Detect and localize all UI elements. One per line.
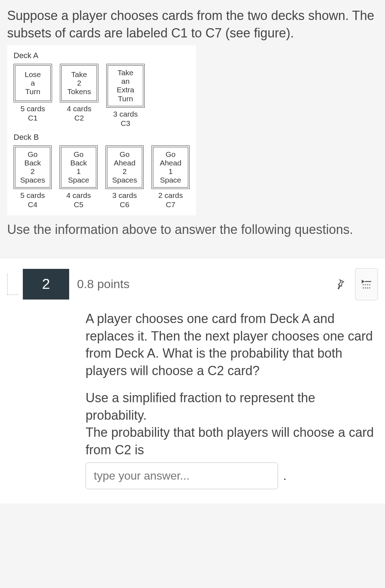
card-column: TakeanExtraTurn3 cardsC3 bbox=[106, 64, 145, 128]
card-count: 4 cards bbox=[66, 191, 91, 200]
deck-a-label: Deck A bbox=[14, 51, 190, 60]
question-para-3: The probability that both players will c… bbox=[86, 425, 374, 457]
answer-input[interactable] bbox=[86, 462, 278, 489]
card-column: LoseaTurn5 cardsC1 bbox=[14, 64, 52, 128]
playing-card: Take2Tokens bbox=[60, 64, 98, 102]
card-id: C1 bbox=[28, 114, 38, 122]
card-column: Take2Tokens4 cardsC2 bbox=[60, 64, 98, 128]
deck-b-label: Deck B bbox=[14, 133, 190, 142]
card-text: TakeanExtraTurn bbox=[108, 65, 143, 106]
playing-card: GoBack1Space bbox=[60, 145, 98, 189]
card-id: C3 bbox=[121, 119, 130, 128]
question-number: 2 bbox=[23, 269, 69, 300]
playing-card: LoseaTurn bbox=[14, 64, 52, 102]
playing-card: GoBack2Spaces bbox=[14, 145, 52, 189]
card-text: Take2Tokens bbox=[61, 65, 97, 101]
post-figure-text: Use the information above to answer the … bbox=[7, 221, 378, 247]
card-id: C7 bbox=[166, 200, 175, 209]
card-count: 3 cards bbox=[112, 191, 137, 200]
card-id: C6 bbox=[120, 200, 129, 209]
list-icon[interactable] bbox=[355, 268, 378, 300]
card-text: GoBack1Space bbox=[61, 147, 96, 188]
card-count: 4 cards bbox=[67, 104, 92, 113]
playing-card: GoAhead2Spaces bbox=[106, 145, 144, 189]
card-id: C2 bbox=[75, 114, 84, 122]
card-count: 2 cards bbox=[158, 191, 183, 200]
card-column: GoAhead1Space2 cardsC7 bbox=[152, 145, 190, 209]
pin-icon[interactable] bbox=[329, 274, 350, 295]
question-block: 2 0.8 points A player chooses one card f… bbox=[0, 258, 385, 503]
card-column: GoBack2Spaces5 cardsC4 bbox=[14, 145, 52, 209]
card-text: GoBack2Spaces bbox=[15, 147, 50, 188]
card-text: GoAhead2Spaces bbox=[107, 147, 142, 188]
card-id: C5 bbox=[74, 200, 83, 209]
card-column: GoAhead2Spaces3 cardsC6 bbox=[106, 145, 144, 209]
playing-card: GoAhead1Space bbox=[152, 145, 190, 189]
card-count: 5 cards bbox=[20, 191, 45, 200]
card-text: GoAhead1Space bbox=[153, 147, 188, 188]
card-id: C4 bbox=[28, 200, 37, 209]
question-points: 0.8 points bbox=[77, 277, 329, 291]
card-column: GoBack1Space4 cardsC5 bbox=[60, 145, 98, 209]
card-count: 3 cards bbox=[113, 110, 138, 118]
trailing-period: . bbox=[283, 467, 287, 485]
question-para-2: Use a simplified fraction to represent t… bbox=[86, 390, 315, 423]
playing-card: TakeanExtraTurn bbox=[106, 64, 145, 108]
question-para-1: A player chooses one card from Deck A an… bbox=[86, 310, 378, 379]
deck-figure: Deck A LoseaTurn5 cardsC1Take2Tokens4 ca… bbox=[7, 45, 196, 215]
intro-text: Suppose a player chooses cards from the … bbox=[7, 7, 378, 42]
drag-handle-icon[interactable] bbox=[7, 273, 19, 295]
card-text: LoseaTurn bbox=[15, 65, 51, 101]
card-count: 5 cards bbox=[21, 104, 45, 113]
